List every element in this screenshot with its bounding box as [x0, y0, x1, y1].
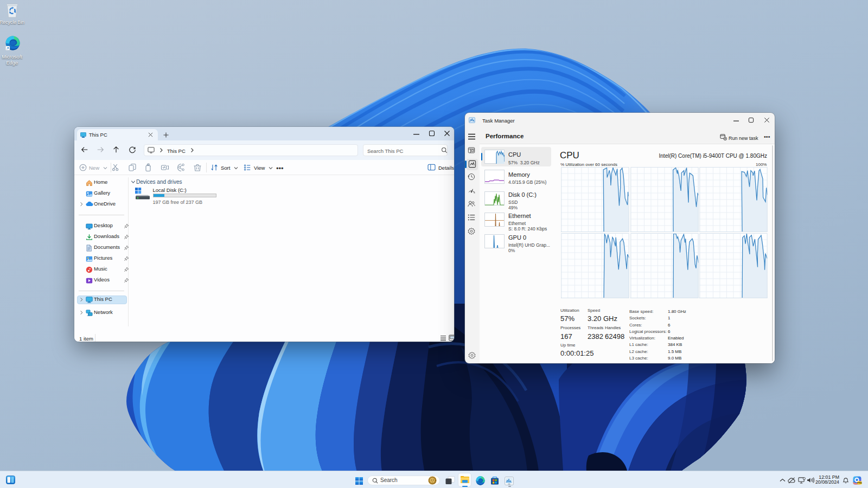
svg-text:PRE: PRE [857, 481, 862, 484]
